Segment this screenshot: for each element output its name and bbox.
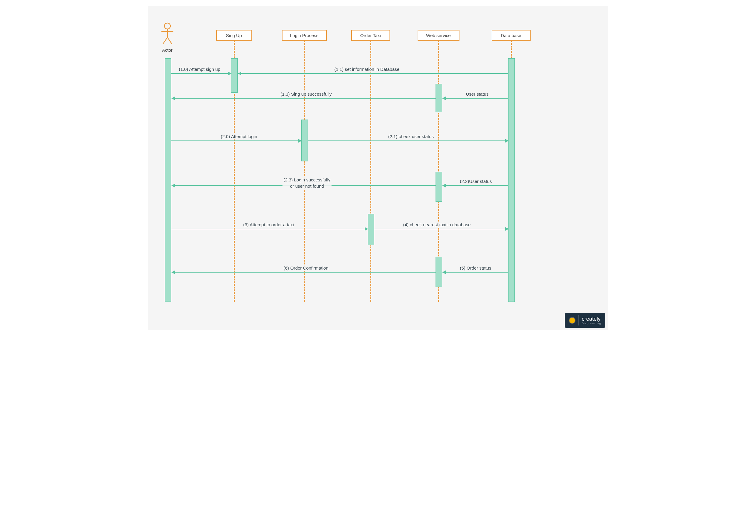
activation-actor: [165, 58, 171, 302]
msg-2-0-label: (2.0) Attempt login: [220, 134, 258, 139]
msg-4-label: (4) cheek nearest taxi in database: [402, 222, 472, 227]
logo-sub: Diagramming: [582, 322, 601, 325]
logo-name: creately: [582, 316, 601, 322]
lifeline-dash-database: [511, 40, 512, 58]
diagram-canvas: Actor Sing Up Login Process Order Taxi W…: [148, 6, 608, 330]
msg-5-arrow: [442, 271, 446, 274]
msg-1-2-arrow: [442, 96, 446, 100]
msg-2-3-label: (2.3) Login successfully or user not fou…: [283, 176, 332, 190]
msg-6-arrow: [171, 271, 175, 274]
lifeline-webservice: Web service: [418, 30, 459, 41]
svg-point-0: [164, 23, 170, 29]
msg-1-1-label: (1.1) set information in Database: [333, 66, 401, 72]
bulb-icon: [569, 317, 576, 324]
svg-line-3: [163, 37, 167, 44]
actor-label: Actor: [160, 47, 175, 53]
lifeline-login: Login Process: [282, 30, 327, 41]
msg-2-2-line: [446, 185, 508, 186]
activation-login: [301, 120, 308, 161]
msg-4-arrow: [505, 227, 509, 231]
msg-1-1-arrow: [238, 72, 241, 75]
msg-3-arrow: [365, 227, 368, 231]
msg-3-label: (3) Attempt to order a taxi: [242, 222, 295, 227]
lifeline-signup: Sing Up: [216, 30, 252, 41]
actor-icon: [160, 22, 175, 45]
msg-2-2-label: (2.2)User status: [459, 178, 493, 184]
msg-2-2-arrow: [442, 184, 446, 187]
msg-5-line: [446, 272, 508, 273]
msg-4-line: [374, 229, 508, 229]
msg-2-3-label-b: or user not found: [290, 183, 324, 189]
msg-2-3-arrow: [171, 184, 175, 187]
msg-2-3-label-a: (2.3) Login successfully: [284, 177, 331, 182]
msg-6-line: [174, 272, 436, 273]
activation-ws-3: [436, 257, 442, 287]
activation-ws-1: [436, 84, 442, 112]
creately-logo: creately Diagramming: [565, 313, 605, 328]
msg-1-3-label: (1.3) Sing up successfully: [280, 91, 333, 97]
logo-text: creately Diagramming: [582, 316, 601, 325]
actor-participant: Actor: [160, 22, 175, 53]
activation-order: [368, 214, 374, 245]
msg-1-1-line: [241, 73, 508, 74]
lifeline-dash-login: [304, 40, 305, 302]
msg-1-0-label: (1.0) Attempt sign up: [178, 66, 222, 72]
msg-1-3-line: [174, 98, 436, 99]
msg-1-0-line: [171, 73, 231, 74]
msg-6-label: (6) Order Confirmation: [283, 265, 330, 271]
msg-1-2-line: [446, 98, 508, 99]
msg-1-2-label: User status: [465, 91, 490, 97]
svg-line-4: [167, 37, 172, 44]
msg-2-1-line: [308, 141, 508, 141]
msg-2-1-arrow: [505, 139, 509, 143]
lifeline-order: Order Taxi: [351, 30, 390, 41]
msg-2-0-line: [171, 141, 301, 141]
lifeline-database: Data base: [492, 30, 530, 41]
activation-ws-2: [436, 172, 442, 202]
activation-db: [508, 58, 515, 302]
msg-5-label: (5) Order status: [459, 265, 493, 271]
activation-signup: [231, 58, 238, 93]
logo-separator: [579, 315, 579, 326]
msg-1-3-arrow: [171, 96, 175, 100]
msg-2-1-label: (2.1) cheek user status: [387, 134, 435, 139]
msg-2-0-arrow: [298, 139, 302, 143]
msg-3-line: [171, 229, 368, 229]
msg-1-0-arrow: [228, 72, 232, 75]
lifeline-dash-order: [370, 40, 371, 302]
